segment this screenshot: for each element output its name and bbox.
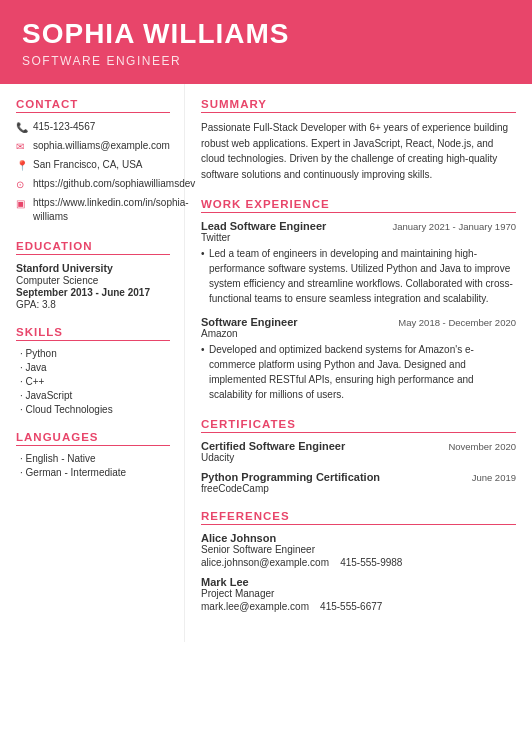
job-header: Software Engineer May 2018 - December 20… bbox=[201, 316, 516, 328]
summary-text: Passionate Full-Stack Developer with 6+ … bbox=[201, 120, 516, 182]
skill-item: JavaScript bbox=[16, 390, 170, 401]
cert-name: Certified Software Engineer bbox=[201, 440, 345, 452]
references-title: REFERENCES bbox=[201, 510, 516, 525]
cert-date: November 2020 bbox=[448, 441, 516, 452]
reference-item: Alice Johnson Senior Software Engineer a… bbox=[201, 532, 516, 568]
job-title: Lead Software Engineer bbox=[201, 220, 326, 232]
contact-phone: 📞 415-123-4567 bbox=[16, 120, 170, 135]
languages-section: LANGUAGES English - Native German - Inte… bbox=[16, 431, 170, 478]
job-company: Amazon bbox=[201, 328, 516, 339]
ref-title: Project Manager bbox=[201, 588, 516, 599]
ref-phone: 415-555-9988 bbox=[340, 557, 402, 568]
header: SOPHIA WILLIAMS SOFTWARE ENGINEER bbox=[0, 0, 532, 84]
ref-title: Senior Software Engineer bbox=[201, 544, 516, 555]
cert-org: freeCodeCamp bbox=[201, 483, 516, 494]
language-item: English - Native bbox=[16, 453, 170, 464]
job-item: Software Engineer May 2018 - December 20… bbox=[201, 316, 516, 402]
cert-name: Python Programming Certification bbox=[201, 471, 380, 483]
cert-org: Udacity bbox=[201, 452, 516, 463]
location-icon: 📍 bbox=[16, 159, 28, 173]
ref-phone: 415-555-6677 bbox=[320, 601, 382, 612]
contact-title: CONTACT bbox=[16, 98, 170, 113]
contact-github: ⊙ https://github.com/sophiawilliamsdev bbox=[16, 177, 170, 192]
ref-contact: alice.johnson@example.com 415-555-9988 bbox=[201, 557, 516, 568]
contact-linkedin: ▣ https://www.linkedin.com/in/sophia-wil… bbox=[16, 196, 170, 224]
education-section: EDUCATION Stanford University Computer S… bbox=[16, 240, 170, 310]
ref-name: Alice Johnson bbox=[201, 532, 516, 544]
job-dates: May 2018 - December 2020 bbox=[398, 317, 516, 328]
references-section: REFERENCES Alice Johnson Senior Software… bbox=[201, 510, 516, 612]
skill-item: Python bbox=[16, 348, 170, 359]
github-icon: ⊙ bbox=[16, 178, 28, 192]
contact-section: CONTACT 📞 415-123-4567 ✉ sophia.williams… bbox=[16, 98, 170, 224]
language-item: German - Intermediate bbox=[16, 467, 170, 478]
languages-title: LANGUAGES bbox=[16, 431, 170, 446]
job-description: Led a team of engineers in developing an… bbox=[201, 246, 516, 306]
contact-location: 📍 San Francisco, CA, USA bbox=[16, 158, 170, 173]
summary-title: SUMMARY bbox=[201, 98, 516, 113]
ref-name: Mark Lee bbox=[201, 576, 516, 588]
ref-contact: mark.lee@example.com 415-555-6677 bbox=[201, 601, 516, 612]
cert-date: June 2019 bbox=[472, 472, 516, 483]
skill-item: C++ bbox=[16, 376, 170, 387]
edu-dates: September 2013 - June 2017 bbox=[16, 287, 170, 298]
ref-email: mark.lee@example.com bbox=[201, 601, 309, 612]
email-icon: ✉ bbox=[16, 140, 28, 154]
edu-degree: Computer Science bbox=[16, 275, 170, 286]
summary-section: SUMMARY Passionate Full-Stack Developer … bbox=[201, 98, 516, 182]
job-header: Lead Software Engineer January 2021 - Ja… bbox=[201, 220, 516, 232]
edu-university: Stanford University bbox=[16, 262, 170, 274]
main-layout: CONTACT 📞 415-123-4567 ✉ sophia.williams… bbox=[0, 84, 532, 642]
linkedin-icon: ▣ bbox=[16, 197, 28, 211]
skill-item: Cloud Technologies bbox=[16, 404, 170, 415]
ref-email: alice.johnson@example.com bbox=[201, 557, 329, 568]
certificates-title: CERTIFICATES bbox=[201, 418, 516, 433]
work-experience-section: WORK EXPERIENCE Lead Software Engineer J… bbox=[201, 198, 516, 402]
work-experience-title: WORK EXPERIENCE bbox=[201, 198, 516, 213]
skill-item: Java bbox=[16, 362, 170, 373]
phone-icon: 📞 bbox=[16, 121, 28, 135]
job-title: Software Engineer bbox=[201, 316, 298, 328]
edu-gpa: GPA: 3.8 bbox=[16, 299, 170, 310]
skills-section: SKILLS Python Java C++ JavaScript Cloud … bbox=[16, 326, 170, 415]
right-column: SUMMARY Passionate Full-Stack Developer … bbox=[185, 84, 532, 642]
left-column: CONTACT 📞 415-123-4567 ✉ sophia.williams… bbox=[0, 84, 185, 642]
header-name: SOPHIA WILLIAMS bbox=[22, 18, 510, 50]
contact-email: ✉ sophia.williams@example.com bbox=[16, 139, 170, 154]
certificate-item: Certified Software Engineer November 202… bbox=[201, 440, 516, 463]
skills-title: SKILLS bbox=[16, 326, 170, 341]
cert-header: Certified Software Engineer November 202… bbox=[201, 440, 516, 452]
cert-header: Python Programming Certification June 20… bbox=[201, 471, 516, 483]
job-description: Developed and optimized backend systems … bbox=[201, 342, 516, 402]
education-title: EDUCATION bbox=[16, 240, 170, 255]
header-title: SOFTWARE ENGINEER bbox=[22, 54, 510, 68]
job-dates: January 2021 - January 1970 bbox=[392, 221, 516, 232]
certificates-section: CERTIFICATES Certified Software Engineer… bbox=[201, 418, 516, 494]
job-company: Twitter bbox=[201, 232, 516, 243]
job-item: Lead Software Engineer January 2021 - Ja… bbox=[201, 220, 516, 306]
certificate-item: Python Programming Certification June 20… bbox=[201, 471, 516, 494]
reference-item: Mark Lee Project Manager mark.lee@exampl… bbox=[201, 576, 516, 612]
